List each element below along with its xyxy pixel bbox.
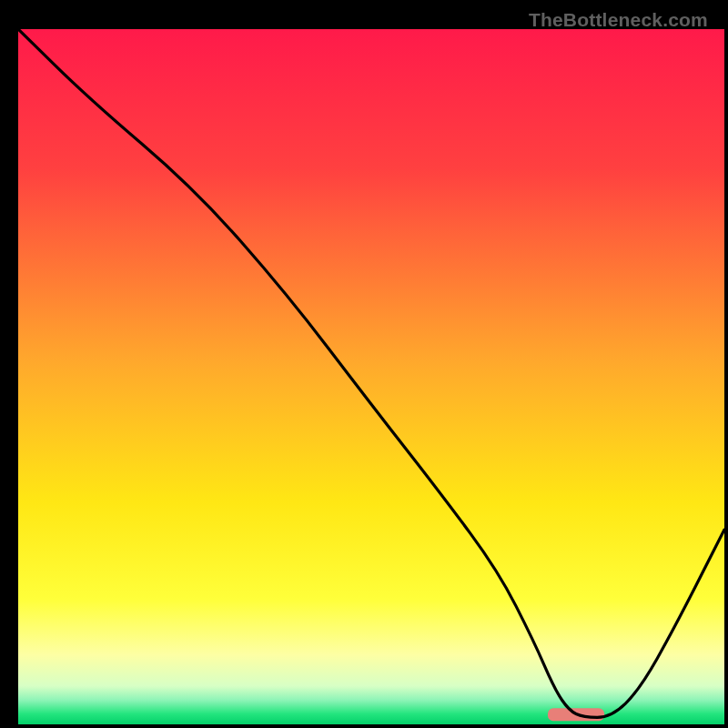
chart-svg: [18, 29, 724, 724]
plot-area: [18, 29, 724, 724]
watermark-text: TheBottleneck.com: [529, 9, 708, 31]
chart-frame: TheBottleneck.com: [7, 7, 721, 726]
gradient-background: [18, 29, 724, 724]
